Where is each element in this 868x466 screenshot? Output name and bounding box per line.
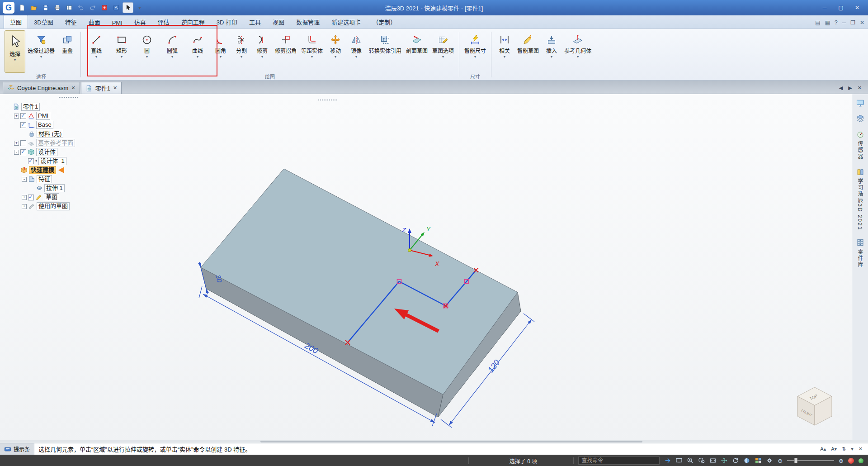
tab-close-icon[interactable]: ✕ bbox=[71, 85, 75, 91]
chevron-down-icon[interactable]: ▾ bbox=[146, 55, 148, 60]
qat-select-mode-icon[interactable] bbox=[123, 2, 133, 13]
view-cube[interactable]: TOP FRONT bbox=[797, 387, 832, 425]
expander-icon[interactable]: + bbox=[22, 195, 27, 200]
zoom-slider-handle[interactable] bbox=[794, 458, 797, 463]
zoom-out-icon[interactable]: ⊖ bbox=[778, 457, 783, 464]
online-status-icon[interactable] bbox=[859, 458, 863, 463]
menu-tab-0[interactable]: 草图 bbox=[4, 15, 28, 29]
qat-flag-blue-icon[interactable] bbox=[111, 2, 122, 13]
chevron-down-icon[interactable]: ▾ bbox=[241, 55, 242, 60]
menu-tab-6[interactable]: 评估 bbox=[152, 15, 175, 29]
screen-icon[interactable] bbox=[675, 457, 683, 464]
tool-smart-sketch[interactable]: 智能草图 bbox=[515, 30, 541, 73]
qat-undo-icon[interactable] bbox=[75, 2, 86, 13]
tool-fillet[interactable]: 圆角▾ bbox=[210, 30, 231, 73]
chevron-down-icon[interactable]: ▾ bbox=[474, 55, 476, 60]
chevron-down-icon[interactable]: ▾ bbox=[577, 55, 579, 60]
doc-close-icon[interactable]: ✕ bbox=[860, 19, 864, 26]
qat-qat-dropdown-icon[interactable]: ▾ bbox=[134, 2, 145, 13]
menu-tab-1[interactable]: 3D草图 bbox=[28, 15, 59, 29]
dropdown-icon[interactable]: ▾ bbox=[851, 446, 854, 452]
checkbox[interactable] bbox=[28, 158, 34, 164]
menu-tab-7[interactable]: 逆向工程 bbox=[175, 15, 211, 29]
chevron-down-icon[interactable]: ▾ bbox=[95, 55, 97, 60]
tree-item-7[interactable]: 快速建模 bbox=[5, 166, 75, 175]
toolbar-drag-handle[interactable] bbox=[318, 100, 337, 101]
next-tab-icon[interactable]: ▶ bbox=[848, 85, 852, 91]
expander-icon[interactable]: + bbox=[14, 114, 19, 119]
tool-trim[interactable]: 修剪▾ bbox=[252, 30, 273, 73]
tree-item-8[interactable]: -特征 bbox=[5, 175, 75, 184]
tool-smart-dimension[interactable]: 智能尺寸▾ bbox=[462, 30, 488, 73]
tool-curve[interactable]: 曲线▾ bbox=[185, 30, 210, 73]
checkbox[interactable] bbox=[20, 122, 26, 128]
chevron-down-icon[interactable]: ▾ bbox=[14, 58, 16, 63]
menu-tab-3[interactable]: 曲面 bbox=[83, 15, 106, 29]
tree-item-0[interactable]: 零件1 bbox=[5, 102, 75, 111]
shade-icon[interactable] bbox=[743, 457, 750, 464]
go-icon[interactable] bbox=[664, 457, 671, 464]
doc-restore-icon[interactable]: ❐ bbox=[850, 19, 855, 26]
help-icon[interactable]: ? bbox=[835, 19, 838, 26]
tool-arc[interactable]: 圆弧▾ bbox=[160, 30, 185, 73]
tool-line[interactable]: 直线▾ bbox=[84, 30, 109, 73]
prev-tab-icon[interactable]: ◀ bbox=[839, 85, 843, 91]
expander-icon[interactable]: - bbox=[14, 150, 19, 155]
tool-convert-entities[interactable]: 转换实体引用 bbox=[367, 30, 404, 73]
tool-insert[interactable]: 插入▾ bbox=[541, 30, 562, 73]
menu-tab-10[interactable]: 视图 bbox=[267, 15, 290, 29]
zoom-window-icon[interactable] bbox=[698, 457, 705, 464]
menu-tab-11[interactable]: 数据管理 bbox=[290, 15, 326, 29]
maximize-icon[interactable]: ▢ bbox=[833, 2, 849, 13]
tree-drag-handle[interactable] bbox=[59, 97, 78, 99]
chevron-down-icon[interactable]: ▾ bbox=[551, 55, 552, 60]
document-tab-1[interactable]: 零件1✕ bbox=[81, 82, 122, 94]
menu-tab-9[interactable]: 工具 bbox=[243, 15, 267, 29]
3d-viewport[interactable]: 200 120 30 bbox=[0, 94, 852, 440]
tree-item-2[interactable]: Base bbox=[5, 120, 75, 129]
command-search-input[interactable] bbox=[578, 456, 660, 465]
panel2-icon[interactable]: ▦ bbox=[825, 19, 830, 26]
rail-tab-0[interactable]: 传感器 bbox=[856, 128, 864, 162]
qat-open-icon[interactable] bbox=[28, 2, 39, 13]
chevron-down-icon[interactable]: ▾ bbox=[220, 55, 222, 60]
zoom-slider[interactable] bbox=[787, 457, 834, 464]
chevron-down-icon[interactable]: ▾ bbox=[261, 55, 263, 60]
chevron-down-icon[interactable]: ▾ bbox=[171, 55, 173, 60]
chevron-down-icon[interactable]: ▾ bbox=[121, 55, 123, 60]
tree-item-4[interactable]: +基本参考平面 bbox=[5, 138, 75, 147]
tool-split[interactable]: 分割▾ bbox=[231, 30, 252, 73]
qat-save-icon[interactable] bbox=[40, 2, 51, 13]
tree-item-9[interactable]: 拉伸 1 bbox=[5, 184, 75, 193]
qat-print-icon[interactable] bbox=[52, 2, 63, 13]
chevron-down-icon[interactable]: ▾ bbox=[311, 55, 313, 60]
rotate-icon[interactable] bbox=[732, 457, 739, 464]
tree-item-11[interactable]: +使用的草图 bbox=[5, 202, 75, 211]
viewport-canvas[interactable]: 200 120 30 bbox=[0, 94, 852, 440]
updown-icon[interactable]: ⇅ bbox=[842, 446, 846, 452]
rail-tab-1[interactable]: 学习浩辰3D 2021 bbox=[856, 166, 864, 232]
qat-new-doc-icon[interactable] bbox=[17, 2, 28, 13]
font-increase-icon[interactable]: A▴ bbox=[820, 446, 826, 452]
expander-icon[interactable]: + bbox=[22, 204, 27, 209]
chevron-down-icon[interactable]: ▾ bbox=[442, 55, 444, 60]
expander-icon[interactable]: + bbox=[14, 141, 19, 146]
tool-mirror[interactable]: 镜像▾ bbox=[346, 30, 367, 73]
checkbox[interactable] bbox=[20, 149, 26, 155]
panel1-icon[interactable]: ▤ bbox=[815, 19, 820, 26]
tree-item-6[interactable]: •设计体_1 bbox=[5, 157, 75, 166]
styles-icon[interactable] bbox=[755, 457, 762, 464]
tool-overlap[interactable]: 重叠 bbox=[57, 30, 78, 73]
zoom-in-icon[interactable] bbox=[687, 457, 694, 464]
chevron-down-icon[interactable]: ▾ bbox=[40, 55, 42, 60]
tool-offset[interactable]: 等距实体▾ bbox=[299, 30, 325, 73]
tool-section-sketch[interactable]: 剖面草图 bbox=[404, 30, 430, 73]
document-tab-0[interactable]: Coyote Engine.asm✕ bbox=[3, 82, 80, 94]
close-tab-icon[interactable]: ✕ bbox=[858, 85, 862, 91]
part-solid[interactable] bbox=[201, 169, 521, 417]
record-icon[interactable] bbox=[848, 458, 854, 464]
horizontal-scrollbar[interactable] bbox=[0, 440, 868, 443]
rail-layers-icon[interactable] bbox=[855, 113, 866, 124]
close-icon[interactable]: ✕ bbox=[859, 446, 863, 452]
scrollbar-thumb[interactable] bbox=[260, 441, 642, 442]
